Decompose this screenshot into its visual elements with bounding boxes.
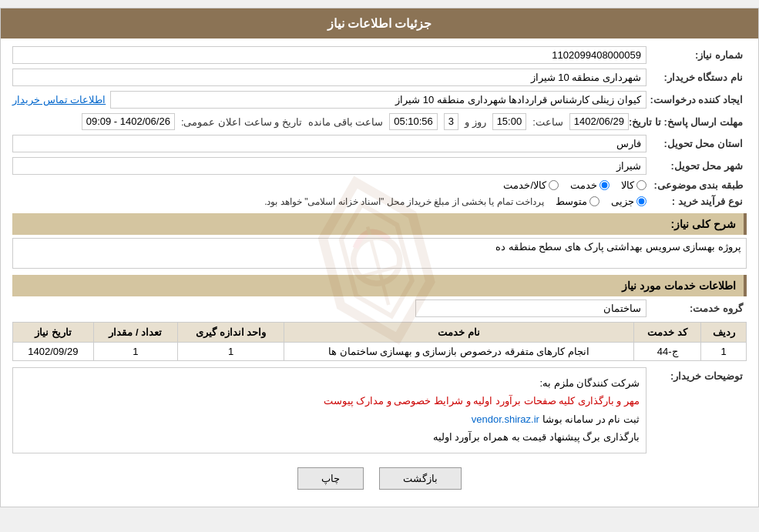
noeFarayand-row: نوع فرآیند خرید : جزیی متوسط پرداخت تمام… xyxy=(12,196,747,207)
time-value: 15:00 xyxy=(492,113,527,130)
remaining-label: ساعت باقی مانده xyxy=(308,116,383,128)
radio-kala-khadamat-input[interactable] xyxy=(549,180,559,190)
sharh-section-header: شرح کلی نیاز: xyxy=(12,213,747,235)
tawzih-link[interactable]: vendor.shiraz.ir xyxy=(472,413,539,425)
tawzih-line2-text: مهر و بارگذاری کلیه صفحات برآورد اولیه و… xyxy=(324,395,640,407)
mohlat-label: مهلت ارسال پاسخ: تا تاریخ: xyxy=(629,116,747,128)
watermark-container: شماره نیاز: 1102099408000059 نام دستگاه … xyxy=(1,38,758,507)
shahr-value: شیراز xyxy=(12,157,646,175)
cell-tedad: 1 xyxy=(93,343,177,361)
shomara-value: 1102099408000059 xyxy=(12,46,646,64)
radio-jozvi-label: جزیی xyxy=(611,196,634,207)
khadamat-section-label: اطلاعات خدمات مورد نیاز xyxy=(622,279,736,292)
tawzih-line1: شرکت کنندگان ملزم به: xyxy=(19,374,640,392)
sharh-section-label: شرح کلی نیاز: xyxy=(671,218,736,230)
date-value: 1402/06/29 xyxy=(569,113,629,130)
time-label: ساعت: xyxy=(532,116,563,128)
table-row: 1ج-44انجام کارهای متفرقه درخصوص بازسازی … xyxy=(13,343,747,361)
tabaqe-label: طبقه بندی موضوعی: xyxy=(646,179,747,191)
cell-kod: ج-44 xyxy=(633,343,700,361)
back-button[interactable]: بازگشت xyxy=(379,467,462,490)
radio-khadamat-input[interactable] xyxy=(599,180,610,190)
farayand-radio-group: جزیی متوسط پرداخت تمام یا بخشی از مبلغ خ… xyxy=(12,196,646,207)
radio-mottavasset[interactable]: متوسط xyxy=(556,196,599,207)
tawzih-line3: ثبت نام در سامانه بوشا vendor.shiraz.ir xyxy=(19,410,640,428)
radio-mottavasset-label: متوسط xyxy=(556,196,587,207)
radio-kala-input[interactable] xyxy=(636,180,646,190)
datetime-group: 1402/06/29 ساعت: 15:00 روز و 3 05:10:56 … xyxy=(12,113,629,130)
cell-radif: 1 xyxy=(701,343,747,361)
tabaqe-radio-group: کالا خدمت کالا/خدمت xyxy=(12,179,646,191)
cell-vahed: 1 xyxy=(178,343,284,361)
ijad-group: کیوان زینلی کارشناس قراردادها شهرداری من… xyxy=(12,91,646,109)
grohe-row: گروه خدمت: ساختمان xyxy=(12,299,747,317)
shomara-row: شماره نیاز: 1102099408000059 xyxy=(12,46,747,64)
tabaqe-row: طبقه بندی موضوعی: کالا خدمت کالا/خدمت xyxy=(12,179,747,191)
buttons-row: بازگشت چاپ xyxy=(12,458,747,499)
days-value: 3 xyxy=(444,113,458,130)
radio-kala-khadamat[interactable]: کالا/خدمت xyxy=(503,179,559,191)
farayand-note: پرداخت تمام یا بخشی از مبلغ خریداز محل "… xyxy=(12,196,544,207)
print-button[interactable]: چاپ xyxy=(297,467,364,490)
remaining-value: 05:10:56 xyxy=(389,113,438,130)
ittilaat-link[interactable]: اطلاعات تماس خریدار xyxy=(12,94,106,105)
dasgah-label: نام دستگاه خریدار: xyxy=(646,72,747,83)
shomara-label: شماره نیاز: xyxy=(646,49,747,61)
col-kod: کد خدمت xyxy=(633,323,700,343)
col-radif: ردیف xyxy=(701,323,747,343)
radio-khadamat[interactable]: خدمت xyxy=(570,179,610,191)
tawzih-label: توضیحات خریدار: xyxy=(646,367,747,382)
radio-jozvi-input[interactable] xyxy=(636,196,646,206)
page-title: جزئیات اطلاعات نیاز xyxy=(327,17,432,30)
ijad-row: ایجاد کننده درخواست: کیوان زینلی کارشناس… xyxy=(12,91,747,109)
ostan-row: استان محل تحویل: فارس xyxy=(12,135,747,152)
service-table: ردیف کد خدمت نام خدمت واحد اندازه گیری ت… xyxy=(12,322,747,361)
radio-kala-khadamat-label: کالا/خدمت xyxy=(503,179,546,191)
col-tarikh: تاریخ نیاز xyxy=(13,323,94,343)
radio-jozvi[interactable]: جزیی xyxy=(611,196,646,207)
sharh-value-box: پروژه بهسازی سرویس بهداشتی پارک های سطح … xyxy=(12,238,747,269)
col-tedad: تعداد / مقدار xyxy=(93,323,177,343)
radio-kala[interactable]: کالا xyxy=(621,179,646,191)
tawzih-line3-prefix: ثبت نام در سامانه بوشا xyxy=(539,413,640,425)
ijad-label: ایجاد کننده درخواست: xyxy=(646,94,747,105)
shahr-label: شهر محل تحویل: xyxy=(646,160,747,172)
page-wrapper: جزئیات اطلاعات نیاز شماره نیاز: 11020994… xyxy=(0,8,759,507)
cell-tarikh: 1402/09/29 xyxy=(13,343,94,361)
mohlat-row: مهلت ارسال پاسخ: تا تاریخ: 1402/06/29 سا… xyxy=(12,113,747,130)
noeFarayand-label: نوع فرآیند خرید : xyxy=(646,196,747,207)
days-label: روز و xyxy=(465,116,486,128)
radio-mottavasset-input[interactable] xyxy=(589,196,599,206)
col-name: نام خدمت xyxy=(284,323,634,343)
tawzih-box: شرکت کنندگان ملزم به: مهر و بارگذاری کلی… xyxy=(12,367,646,453)
radio-kala-label: کالا xyxy=(621,179,634,191)
cell-name: انجام کارهای متفرقه درخصوص بازسازی و بهس… xyxy=(284,343,634,361)
ostan-value: فارس xyxy=(12,135,646,152)
dasgah-value: شهرداری منطقه 10 شیراز xyxy=(12,69,646,86)
khadamat-section-header: اطلاعات خدمات مورد نیاز xyxy=(12,275,747,296)
col-vahed: واحد اندازه گیری xyxy=(178,323,284,343)
dasgah-row: نام دستگاه خریدار: شهرداری منطقه 10 شیرا… xyxy=(12,69,747,86)
radio-khadamat-label: خدمت xyxy=(570,179,597,191)
ostan-label: استان محل تحویل: xyxy=(646,138,747,149)
page-header: جزئیات اطلاعات نیاز xyxy=(1,8,758,38)
sharh-value: پروژه بهسازی سرویس بهداشتی پارک های سطح … xyxy=(12,238,747,269)
ijad-value: کیوان زینلی کارشناس قراردادها شهرداری من… xyxy=(110,91,646,109)
announce-label: تاریخ و ساعت اعلان عمومی: xyxy=(181,116,302,128)
announce-value: 1402/06/26 - 09:09 xyxy=(82,113,175,130)
grohe-label: گروه خدمت: xyxy=(646,303,747,314)
grohe-value: ساختمان xyxy=(415,299,646,317)
shahr-row: شهر محل تحویل: شیراز xyxy=(12,157,747,175)
content-area: شماره نیاز: 1102099408000059 نام دستگاه … xyxy=(1,38,758,507)
tawzih-line2: مهر و بارگذاری کلیه صفحات برآورد اولیه و… xyxy=(19,392,640,410)
tawzih-row: توضیحات خریدار: شرکت کنندگان ملزم به: مه… xyxy=(12,367,747,453)
tawzih-line4: بارگذاری برگ پیشنهاد قیمت به همراه برآور… xyxy=(19,428,640,446)
